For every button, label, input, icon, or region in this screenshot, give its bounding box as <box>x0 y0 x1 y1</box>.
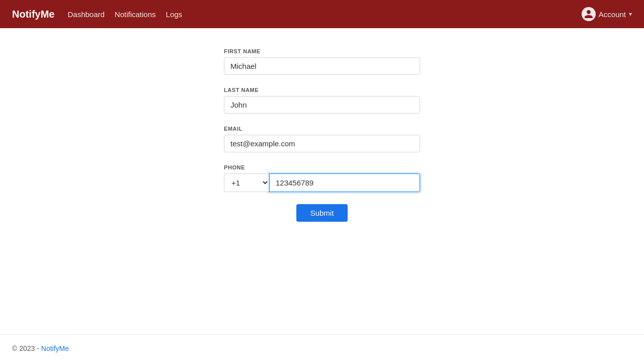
email-group: EMAIL <box>224 126 420 152</box>
account-menu[interactable]: Account ▾ <box>582 7 632 21</box>
account-label: Account <box>599 10 626 19</box>
nav-link-notifications[interactable]: Notifications <box>114 8 157 21</box>
main-content: FIRST NAME LAST NAME EMAIL PHONE +1 +44 … <box>0 28 644 252</box>
email-label: EMAIL <box>224 126 420 132</box>
phone-country-select[interactable]: +1 +44 +91 +61 +49 <box>224 173 269 192</box>
last-name-group: LAST NAME <box>224 87 420 114</box>
phone-number-input[interactable] <box>269 173 420 192</box>
navbar-links: Dashboard Notifications Logs <box>66 8 183 21</box>
footer: © 2023 - NotifyMe <box>0 334 644 362</box>
last-name-label: LAST NAME <box>224 87 420 93</box>
navbar-brand[interactable]: NotifyMe <box>12 9 54 20</box>
phone-input-group: +1 +44 +91 +61 +49 <box>224 173 420 192</box>
first-name-group: FIRST NAME <box>224 48 420 75</box>
phone-group: PHONE +1 +44 +91 +61 +49 <box>224 164 420 192</box>
footer-copyright: © 2023 - <box>12 344 41 352</box>
form-container: FIRST NAME LAST NAME EMAIL PHONE +1 +44 … <box>224 48 420 222</box>
navbar-left: NotifyMe Dashboard Notifications Logs <box>12 8 183 21</box>
nav-link-dashboard[interactable]: Dashboard <box>66 8 105 21</box>
submit-button[interactable]: Submit <box>296 204 348 222</box>
first-name-label: FIRST NAME <box>224 48 420 54</box>
first-name-input[interactable] <box>224 57 420 75</box>
phone-label: PHONE <box>224 164 420 170</box>
navbar: NotifyMe Dashboard Notifications Logs Ac… <box>0 0 644 28</box>
email-input[interactable] <box>224 135 420 152</box>
footer-brand: NotifyMe <box>41 344 69 352</box>
last-name-input[interactable] <box>224 96 420 114</box>
account-icon <box>582 7 596 21</box>
nav-link-logs[interactable]: Logs <box>165 8 184 21</box>
footer-text: © 2023 - NotifyMe <box>12 344 69 352</box>
account-caret-icon: ▾ <box>629 11 632 18</box>
